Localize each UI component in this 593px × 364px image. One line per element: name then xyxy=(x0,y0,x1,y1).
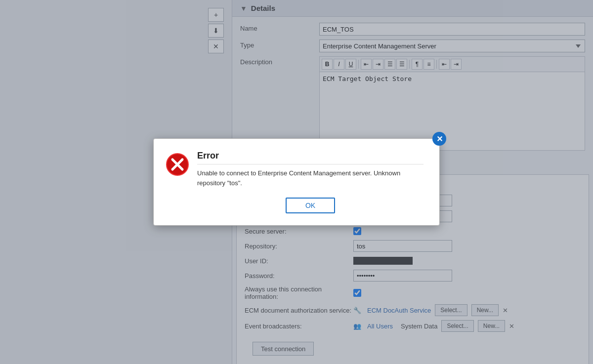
error-icon xyxy=(166,153,189,176)
modal-body: Error Unable to connect to Enterprise Co… xyxy=(166,151,424,213)
modal-close-button[interactable]: ✕ xyxy=(432,132,446,146)
modal-content: Error Unable to connect to Enterprise Co… xyxy=(197,151,424,213)
modal-title: Error xyxy=(197,151,424,164)
error-dialog: ✕ Error Unable to connect to Enterprise … xyxy=(153,138,440,226)
modal-overlay: ✕ Error Unable to connect to Enterprise … xyxy=(0,0,593,364)
modal-message: Unable to connect to Enterprise Content … xyxy=(197,168,424,188)
modal-footer: OK xyxy=(197,198,424,213)
modal-ok-button[interactable]: OK xyxy=(286,198,335,213)
